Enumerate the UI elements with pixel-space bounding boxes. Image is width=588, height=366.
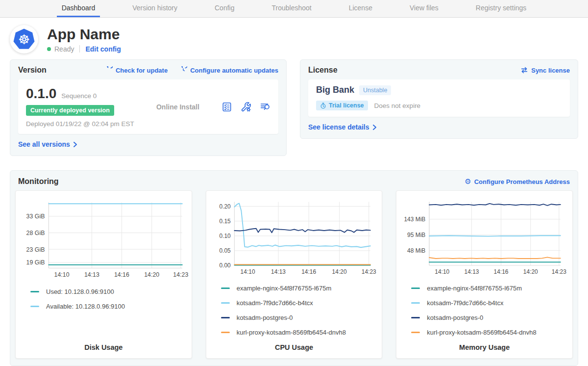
- svg-text:0.05: 0.05: [219, 247, 231, 254]
- tab-view-files[interactable]: View files: [405, 0, 443, 17]
- svg-text:0.15: 0.15: [219, 218, 231, 225]
- svg-text:14:16: 14:16: [114, 271, 129, 278]
- tab-version-history[interactable]: Version history: [127, 0, 182, 17]
- configure-prometheus-link[interactable]: ⚙ Configure Prometheus Address: [465, 178, 570, 185]
- version-card-title: Version: [18, 66, 47, 75]
- view-logs-icon[interactable]: [260, 102, 270, 112]
- see-all-versions-link[interactable]: See all versions: [18, 140, 78, 148]
- legend-label: kotsadm-postgres-0: [237, 314, 293, 321]
- svg-text:14:23: 14:23: [552, 268, 566, 275]
- tab-dashboard[interactable]: Dashboard: [57, 0, 100, 17]
- sync-license-link[interactable]: Sync license: [520, 66, 570, 74]
- legend-item: Used: 10.128.0.96:9100: [30, 288, 187, 295]
- legend-dash-icon: [411, 332, 420, 333]
- chart-legend: example-nginx-54f8f76755-l675m kotsadm-7…: [396, 278, 572, 343]
- svg-text:0.20: 0.20: [219, 203, 231, 210]
- legend-dash-icon: [221, 317, 230, 318]
- svg-text:28 GiB: 28 GiB: [26, 230, 45, 236]
- check-for-update-link[interactable]: Check for update: [105, 66, 168, 74]
- legend-label: Used: 10.128.0.96:9100: [46, 288, 114, 295]
- chevron-right-icon: [372, 124, 377, 131]
- legend-dash-icon: [411, 317, 420, 318]
- svg-text:143 MiB: 143 MiB: [404, 216, 426, 223]
- legend-item: kurl-proxy-kotsadm-8569fb6454-dnvh8: [221, 329, 377, 336]
- svg-text:0.00: 0.00: [219, 262, 231, 269]
- legend-dash-icon: [221, 332, 230, 333]
- charts-row: 19 GiB23 GiB28 GiB33 GiB14:1014:1314:161…: [15, 190, 573, 359]
- license-expiry: Does not expire: [374, 102, 421, 109]
- current-version-panel: 0.1.0 Sequence 0 Currently deployed vers…: [18, 79, 278, 134]
- configure-automatic-updates-link[interactable]: Configure automatic updates: [179, 66, 278, 74]
- version-sequence: Sequence 0: [61, 92, 97, 100]
- chart-legend: example-nginx-54f8f76755-l675m kotsadm-7…: [206, 278, 382, 343]
- svg-text:14:20: 14:20: [523, 268, 538, 275]
- channel-badge: Unstable: [359, 85, 391, 95]
- license-panel: Big Bank Unstable Trial license Does not…: [308, 79, 570, 117]
- status-dot-icon: [47, 47, 51, 51]
- legend-dash-icon: [411, 288, 420, 289]
- svg-text:14:10: 14:10: [435, 268, 450, 275]
- edit-config-icon[interactable]: [241, 102, 251, 112]
- chart-plot: 48 MiB95 MiB143 MiB14:1014:1314:1614:201…: [396, 196, 572, 278]
- svg-text:14:13: 14:13: [271, 268, 286, 275]
- legend-dash-icon: [221, 302, 230, 304]
- legend-label: example-nginx-54f8f76755-l675m: [237, 285, 332, 292]
- svg-text:95 MiB: 95 MiB: [407, 232, 425, 238]
- top-nav: DashboardVersion historyConfigTroublesho…: [0, 0, 588, 18]
- svg-text:14:16: 14:16: [301, 268, 316, 275]
- legend-label: kurl-proxy-kotsadm-8569fb6454-dnvh8: [237, 329, 346, 336]
- svg-text:14:13: 14:13: [84, 271, 99, 278]
- chart-card-disk-usage: 19 GiB23 GiB28 GiB33 GiB14:1014:1314:161…: [15, 190, 192, 359]
- version-number: 0.1.0: [26, 86, 56, 102]
- legend-label: kurl-proxy-kotsadm-8569fb6454-dnvh8: [427, 329, 536, 336]
- legend-dash-icon: [30, 306, 39, 307]
- preflight-checks-icon[interactable]: [221, 102, 232, 112]
- svg-text:0.10: 0.10: [219, 233, 231, 239]
- monitoring-card: Monitoring ⚙ Configure Prometheus Addres…: [10, 170, 578, 366]
- legend-label: kotsadm-postgres-0: [427, 314, 483, 321]
- deployed-timestamp: Deployed 01/19/22 @ 02:04 pm EST: [26, 120, 134, 128]
- page-title: App Name: [47, 26, 121, 42]
- chart-title: Memory Usage: [396, 343, 572, 351]
- svg-text:14:20: 14:20: [332, 268, 346, 275]
- svg-text:14:16: 14:16: [494, 268, 509, 275]
- tab-config[interactable]: Config: [210, 0, 239, 17]
- legend-item: kurl-proxy-kotsadm-8569fb6454-dnvh8: [411, 329, 567, 336]
- edit-config-link[interactable]: Edit config: [85, 45, 121, 53]
- legend-label: Available: 10.128.0.96:9100: [46, 303, 125, 310]
- version-card: Version Check for update Configure au: [10, 59, 287, 156]
- deployed-badge: Currently deployed version: [26, 105, 114, 116]
- svg-text:33 GiB: 33 GiB: [26, 213, 45, 220]
- legend-item: Available: 10.128.0.96:9100: [30, 303, 187, 310]
- svg-text:14:23: 14:23: [173, 271, 188, 278]
- chart-plot: 0.000.050.100.150.2014:1014:1314:1614:20…: [206, 196, 382, 278]
- stopwatch-icon: [320, 103, 326, 109]
- chevron-right-icon: [73, 141, 78, 148]
- tab-troubleshoot[interactable]: Troubleshoot: [267, 0, 316, 17]
- legend-item: example-nginx-54f8f76755-l675m: [411, 285, 567, 292]
- kubernetes-wheel-icon: ☸: [18, 33, 30, 46]
- svg-text:23 GiB: 23 GiB: [26, 246, 45, 253]
- tab-license[interactable]: License: [344, 0, 377, 17]
- see-license-details-link[interactable]: See license details: [308, 123, 377, 131]
- chart-title: CPU Usage: [206, 343, 382, 351]
- svg-text:14:13: 14:13: [465, 268, 479, 275]
- license-card: License Sync license Big Bank Unstable: [300, 59, 578, 139]
- legend-label: kotsadm-7f9dc7d66c-b4tcx: [427, 299, 503, 307]
- svg-text:14:10: 14:10: [54, 271, 70, 278]
- chart-card-memory-usage: 48 MiB95 MiB143 MiB14:1014:1314:1614:201…: [396, 190, 573, 359]
- svg-text:14:20: 14:20: [144, 271, 159, 278]
- schedule-update-icon: [179, 66, 187, 74]
- svg-text:48 MiB: 48 MiB: [407, 247, 425, 254]
- customer-name: Big Bank: [316, 85, 354, 95]
- legend-item: kotsadm-postgres-0: [221, 314, 377, 321]
- tab-registry-settings[interactable]: Registry settings: [471, 0, 531, 17]
- divider: [79, 45, 80, 52]
- app-status: Ready: [54, 45, 74, 53]
- legend-label: kotsadm-7f9dc7d66c-b4tcx: [237, 299, 313, 307]
- legend-label: example-nginx-54f8f76755-l675m: [427, 285, 522, 292]
- app-logo: ☸: [10, 25, 38, 53]
- chart-legend: Used: 10.128.0.96:9100 Available: 10.128…: [16, 281, 192, 317]
- monitoring-title: Monitoring: [18, 177, 59, 186]
- gear-icon: ⚙: [465, 178, 471, 185]
